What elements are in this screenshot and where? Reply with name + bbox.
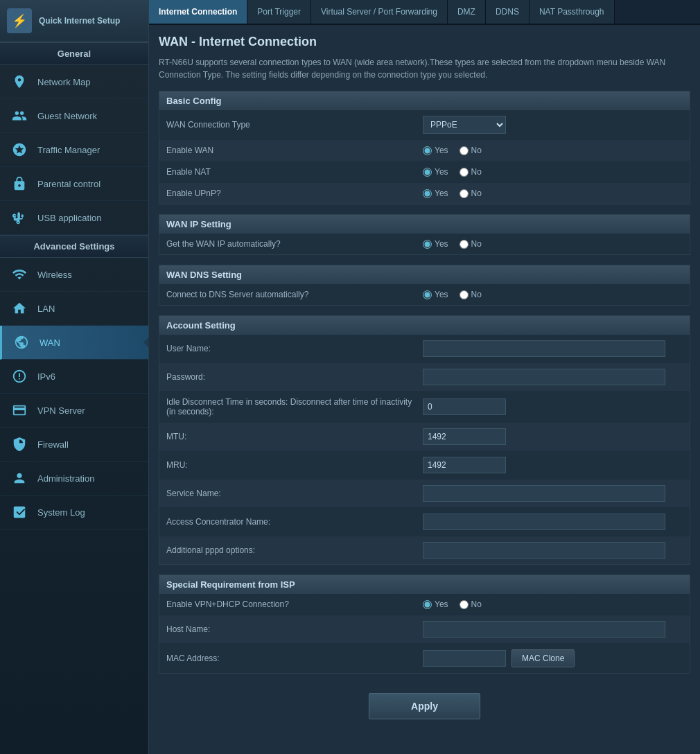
sidebar-item-wireless[interactable]: Wireless (0, 258, 148, 292)
tab-internet-connection[interactable]: Internet Connection (149, 0, 247, 24)
sidebar-item-administration[interactable]: Administration (0, 462, 148, 496)
tab-ddns[interactable]: DDNS (486, 0, 530, 24)
mtu-row: MTU: (159, 423, 690, 451)
mac-clone-button[interactable]: MAC Clone (511, 649, 575, 667)
mac-address-input[interactable] (423, 650, 506, 667)
enable-upnp-label: Enable UPnP? (166, 188, 423, 198)
account-section: Account Setting User Name: Password: Idl… (159, 315, 690, 565)
auto-dns-row: Connect to DNS Server automatically? Yes… (159, 284, 690, 305)
enable-wan-yes[interactable]: Yes (423, 146, 448, 155)
sidebar-item-wan[interactable]: WAN (0, 326, 148, 360)
enable-upnp-no[interactable]: No (460, 188, 482, 198)
wan-ip-section: WAN IP Setting Get the WAN IP automatica… (159, 214, 690, 255)
enable-nat-row: Enable NAT Yes No (159, 161, 690, 183)
main-content: Internet Connection Port Trigger Virtual… (149, 0, 700, 754)
quick-setup-label: Quick Internet Setup (39, 16, 120, 26)
account-header: Account Setting (159, 316, 690, 335)
general-section-title: General (0, 42, 148, 65)
service-name-input[interactable] (423, 485, 665, 502)
auto-dns-no[interactable]: No (460, 290, 482, 299)
additional-pppd-label: Additional pppd options: (166, 545, 423, 555)
username-label: User Name: (166, 344, 423, 353)
quick-setup-button[interactable]: ⚡ Quick Internet Setup (0, 0, 148, 42)
system-log-icon (10, 502, 29, 522)
host-name-input[interactable] (423, 621, 665, 638)
wan-label: WAN (40, 337, 60, 348)
auto-ip-label: Get the WAN IP automatically? (166, 239, 423, 249)
tab-nat-passthrough[interactable]: NAT Passthrough (530, 0, 615, 24)
ipv6-icon (10, 367, 29, 386)
lan-label: LAN (37, 304, 55, 314)
auto-ip-yes-radio[interactable] (423, 240, 432, 249)
apply-button[interactable]: Apply (369, 693, 480, 719)
sidebar-item-parental-control[interactable]: Parental control (0, 167, 148, 201)
mru-label: MRU: (166, 460, 423, 470)
tab-virtual-server[interactable]: Virtual Server / Port Forwarding (311, 0, 448, 24)
mac-address-label: MAC Address: (166, 654, 423, 663)
sidebar-item-firewall[interactable]: Firewall (0, 428, 148, 462)
enable-wan-no[interactable]: No (460, 146, 482, 155)
auto-dns-no-radio[interactable] (460, 290, 469, 299)
username-row: User Name: (159, 335, 690, 363)
sidebar: ⚡ Quick Internet Setup General Network M… (0, 0, 149, 754)
enable-nat-no[interactable]: No (460, 167, 482, 177)
vpn-dhcp-radio-group: Yes No (423, 599, 482, 609)
auto-dns-yes[interactable]: Yes (423, 290, 448, 299)
additional-pppd-input[interactable] (423, 542, 665, 559)
enable-nat-no-radio[interactable] (460, 168, 469, 177)
vpn-dhcp-yes-radio[interactable] (423, 600, 432, 609)
enable-upnp-row: Enable UPnP? Yes No (159, 183, 690, 204)
idle-disconnect-input[interactable] (423, 398, 506, 415)
vpn-dhcp-no-radio[interactable] (460, 600, 469, 609)
sidebar-item-system-log[interactable]: System Log (0, 496, 148, 529)
auto-ip-row: Get the WAN IP automatically? Yes No (159, 234, 690, 254)
wan-icon (12, 333, 31, 352)
auto-ip-no-radio[interactable] (460, 240, 469, 249)
vpn-dhcp-yes[interactable]: Yes (423, 599, 448, 609)
additional-pppd-control (423, 542, 683, 559)
vpn-server-label: VPN Server (37, 405, 85, 416)
sidebar-item-usb-application[interactable]: USB application (0, 201, 148, 235)
sidebar-item-ipv6[interactable]: IPv6 (0, 360, 148, 394)
sidebar-item-lan[interactable]: LAN (0, 292, 148, 326)
enable-wan-no-radio[interactable] (460, 146, 469, 155)
wan-connection-type-select[interactable]: PPPoE DHCP Static IP PPTP L2TP (423, 116, 506, 134)
mtu-input[interactable] (423, 428, 506, 445)
tab-dmz[interactable]: DMZ (448, 0, 486, 24)
sidebar-item-traffic-manager[interactable]: Traffic Manager (0, 133, 148, 167)
access-concentrator-input[interactable] (423, 514, 665, 530)
vpn-dhcp-control: Yes No (423, 599, 683, 609)
service-name-row: Service Name: (159, 480, 690, 508)
enable-nat-yes[interactable]: Yes (423, 167, 448, 177)
access-concentrator-row: Access Concentrator Name: (159, 508, 690, 536)
auto-ip-yes[interactable]: Yes (423, 239, 448, 249)
sidebar-item-network-map[interactable]: Network Map (0, 65, 148, 99)
enable-nat-yes-radio[interactable] (423, 168, 432, 177)
enable-upnp-yes[interactable]: Yes (423, 188, 448, 198)
wireless-label: Wireless (37, 270, 72, 280)
access-concentrator-control (423, 514, 683, 530)
enable-upnp-yes-radio[interactable] (423, 189, 432, 198)
basic-config-section: Basic Config WAN Connection Type PPPoE D… (159, 91, 690, 204)
password-input[interactable] (423, 369, 665, 385)
vpn-dhcp-no[interactable]: No (460, 599, 482, 609)
sidebar-item-vpn-server[interactable]: VPN Server (0, 394, 148, 428)
mac-address-row: MAC Address: MAC Clone (159, 644, 690, 673)
enable-wan-yes-radio[interactable] (423, 146, 432, 155)
mac-address-control: MAC Clone (423, 649, 683, 667)
tab-port-trigger[interactable]: Port Trigger (247, 0, 311, 24)
idle-disconnect-row: Idle Disconnect Time in seconds: Disconn… (159, 392, 690, 423)
tab-bar: Internet Connection Port Trigger Virtual… (149, 0, 700, 25)
vpn-dhcp-label: Enable VPN+DHCP Connection? (166, 599, 423, 609)
auto-ip-no[interactable]: No (460, 239, 482, 249)
access-concentrator-label: Access Concentrator Name: (166, 517, 423, 527)
auto-dns-yes-radio[interactable] (423, 290, 432, 299)
sidebar-item-guest-network[interactable]: Guest Network (0, 99, 148, 133)
wan-dns-section: WAN DNS Setting Connect to DNS Server au… (159, 265, 690, 306)
enable-nat-label: Enable NAT (166, 167, 423, 177)
mru-input[interactable] (423, 457, 506, 473)
ipv6-label: IPv6 (37, 371, 55, 382)
enable-upnp-no-radio[interactable] (460, 189, 469, 198)
service-name-label: Service Name: (166, 489, 423, 498)
username-input[interactable] (423, 340, 665, 357)
